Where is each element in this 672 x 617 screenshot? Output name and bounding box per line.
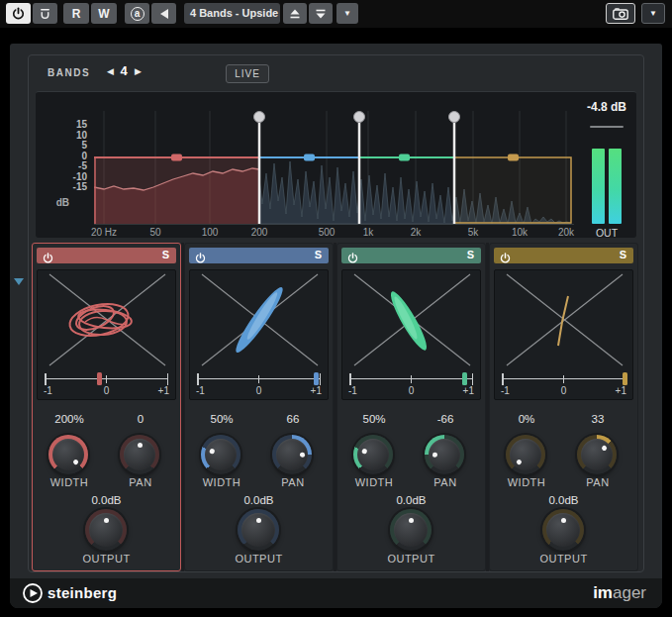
width-knob[interactable] bbox=[506, 435, 545, 474]
band-panel-2[interactable]: S 0 -1 +1 50% 66 WIDTH PAN 0.0dB bbox=[184, 243, 334, 571]
db-unit-label: dB bbox=[44, 197, 69, 208]
output-knob[interactable] bbox=[238, 509, 279, 551]
freq-tick: 500 bbox=[319, 227, 336, 238]
band-solo-button[interactable]: S bbox=[162, 249, 169, 260]
band-1-region[interactable] bbox=[94, 157, 259, 224]
band-power-button[interactable] bbox=[195, 250, 206, 267]
band-power-button[interactable] bbox=[347, 250, 358, 267]
output-label: OUTPUT bbox=[185, 553, 333, 565]
meter-min-label: -1 bbox=[44, 385, 52, 396]
crossover-handle-3[interactable] bbox=[449, 112, 460, 123]
band-2-balance-meter bbox=[197, 372, 321, 386]
width-value: 0% bbox=[490, 413, 563, 425]
brand-name: steinberg bbox=[48, 584, 117, 601]
bands-count-value[interactable]: 4 bbox=[117, 63, 131, 78]
band-solo-button[interactable]: S bbox=[620, 249, 626, 260]
width-value: 200% bbox=[33, 413, 106, 425]
freq-tick: 20 Hz bbox=[91, 227, 117, 238]
meter-zero-label: 0 bbox=[342, 385, 480, 396]
window-menu-button[interactable]: ▼ bbox=[641, 3, 665, 24]
freq-tick: 50 bbox=[149, 227, 160, 238]
width-knob[interactable] bbox=[48, 435, 88, 474]
bands-increase-button[interactable]: ▶ bbox=[135, 66, 142, 76]
meter-min-label: -1 bbox=[348, 385, 357, 396]
band-4-region[interactable] bbox=[454, 157, 571, 223]
band-4-gain-handle[interactable] bbox=[508, 154, 519, 161]
power-icon bbox=[12, 7, 25, 20]
bypass-button[interactable] bbox=[33, 3, 57, 24]
output-label: OUTPUT bbox=[490, 553, 637, 565]
bands-label: BANDS bbox=[48, 67, 90, 78]
band-3-balance-meter bbox=[349, 372, 473, 386]
footer-bar: steinberg imager bbox=[10, 578, 662, 608]
write-automation-button[interactable]: W bbox=[91, 3, 117, 24]
pan-value: 66 bbox=[256, 413, 330, 425]
width-knob[interactable] bbox=[201, 435, 240, 474]
band-solo-button[interactable]: S bbox=[315, 249, 322, 260]
output-value: 0.0dB bbox=[33, 494, 180, 506]
snapshot-button[interactable] bbox=[606, 3, 635, 24]
width-knob[interactable] bbox=[353, 435, 393, 474]
band-power-button[interactable] bbox=[500, 250, 511, 267]
previous-preset-button[interactable] bbox=[283, 3, 307, 24]
plugin-window: BANDS ◀ 4 ▶ LIVE 15 10 5 0 -5 -10 -15 dB bbox=[10, 44, 662, 608]
vectorscope-display bbox=[38, 270, 177, 369]
output-knob[interactable] bbox=[390, 509, 432, 551]
band-panel-1[interactable]: S 0 -1 +1 200% 0 bbox=[32, 243, 181, 571]
pan-knob[interactable] bbox=[577, 435, 617, 474]
meter-min-label: -1 bbox=[196, 385, 205, 396]
freq-tick: 5k bbox=[468, 227, 479, 238]
output-value: 0.0dB bbox=[185, 494, 333, 506]
plugin-power-button[interactable] bbox=[6, 3, 31, 24]
automation-button[interactable]: a bbox=[125, 3, 149, 24]
read-automation-button[interactable]: R bbox=[63, 3, 89, 24]
band-2-gain-handle[interactable] bbox=[304, 154, 315, 161]
balance-marker bbox=[97, 372, 102, 385]
bypass-icon bbox=[39, 7, 51, 20]
pan-knob[interactable] bbox=[425, 435, 464, 474]
power-icon bbox=[43, 253, 53, 263]
host-toolbar: R W a 4 Bands - Upside D ▼ ▼ bbox=[0, 0, 672, 28]
output-value: 0.0dB bbox=[490, 494, 637, 506]
meter-min-label: -1 bbox=[501, 385, 510, 396]
circled-a-icon: a bbox=[131, 7, 144, 21]
output-gain-slider[interactable] bbox=[590, 126, 624, 128]
band-power-button[interactable] bbox=[43, 250, 53, 267]
balance-marker bbox=[462, 372, 467, 385]
next-preset-button[interactable] bbox=[309, 3, 333, 24]
output-label: OUTPUT bbox=[337, 553, 485, 565]
pan-label: PAN bbox=[256, 476, 330, 488]
output-knob[interactable] bbox=[85, 509, 127, 551]
collapse-bands-button[interactable] bbox=[14, 278, 24, 285]
width-value: 50% bbox=[185, 413, 258, 425]
pan-value: 33 bbox=[561, 413, 634, 425]
preset-name-display[interactable]: 4 Bands - Upside D bbox=[184, 3, 280, 24]
balance-marker bbox=[623, 372, 627, 385]
band-3-header: S bbox=[341, 248, 481, 263]
output-knob[interactable] bbox=[542, 509, 584, 551]
band-panel-3[interactable]: S 0 -1 +1 50% -66 WIDTH PAN 0.0dB bbox=[336, 243, 486, 571]
output-gain-value: -4.8 dB bbox=[572, 100, 641, 114]
width-label: WIDTH bbox=[33, 476, 106, 488]
preset-menu-button[interactable]: ▼ bbox=[336, 3, 358, 24]
freq-tick: 2k bbox=[411, 227, 422, 238]
vectorscope-display bbox=[342, 270, 482, 369]
band-solo-button[interactable]: S bbox=[467, 249, 474, 260]
back-button[interactable] bbox=[151, 3, 176, 24]
width-value: 50% bbox=[337, 413, 411, 425]
crossover-handle-1[interactable] bbox=[254, 112, 265, 123]
preset-down-icon bbox=[315, 8, 327, 20]
output-value: 0.0dB bbox=[337, 494, 485, 506]
band-3-gain-handle[interactable] bbox=[399, 154, 410, 161]
pan-label: PAN bbox=[561, 476, 634, 488]
pan-knob[interactable] bbox=[120, 435, 159, 474]
pan-knob[interactable] bbox=[272, 435, 312, 474]
balance-marker bbox=[314, 372, 319, 385]
meter-max-label: +1 bbox=[158, 385, 169, 396]
bands-decrease-button[interactable]: ◀ bbox=[107, 66, 114, 76]
band-panel-4[interactable]: S 0 -1 +1 0% 33 WIDTH PAN 0.0dB OUTPUT bbox=[489, 243, 638, 571]
band-1-gain-handle[interactable] bbox=[171, 154, 182, 161]
live-button[interactable]: LIVE bbox=[226, 64, 269, 83]
freq-tick: 200 bbox=[251, 227, 268, 238]
crossover-handle-2[interactable] bbox=[354, 112, 365, 123]
